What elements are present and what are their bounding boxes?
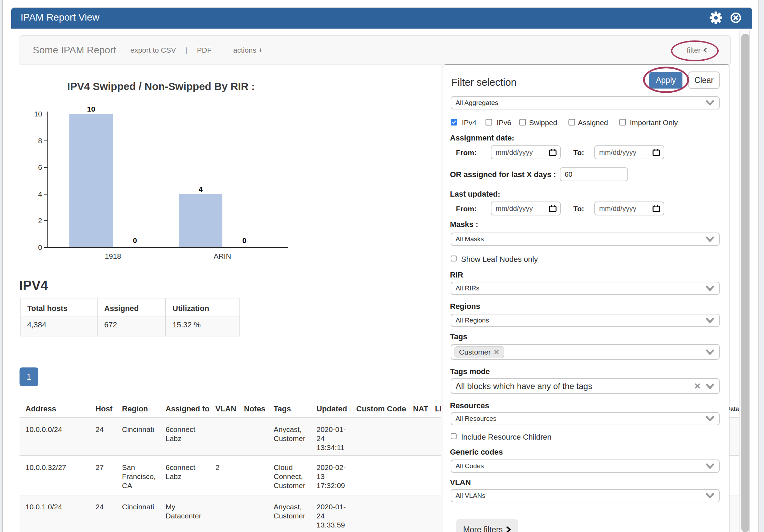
x-category-label: ARIN [201, 252, 243, 260]
y-tick [44, 194, 47, 195]
pagination-page-1[interactable]: 1 [20, 367, 38, 386]
y-tick [44, 247, 47, 248]
bar-1918 [69, 114, 113, 247]
y-tick [44, 220, 47, 221]
bar-value-label: 10 [81, 105, 102, 113]
table-cell: 2020-02-13 17:32:09 [316, 463, 348, 490]
table-col-Updated: Updated [316, 404, 347, 413]
y-tick [44, 140, 47, 141]
table-cell: 2020-01-24 13:34:11 [316, 425, 348, 452]
summary-value: 672 [104, 320, 117, 329]
table-col-Tags: Tags [274, 404, 291, 413]
y-tick-label: 4 [21, 190, 42, 198]
table-cell: 24 [96, 502, 119, 511]
table-col-Region: Region [122, 404, 148, 413]
actions-menu[interactable]: actions + [233, 46, 263, 54]
chart-x-axis [47, 247, 288, 248]
window-title: IPAM Report View [21, 12, 99, 23]
y-tick-label: 10 [21, 110, 42, 118]
table-cell: 10.0.0.32/27 [25, 463, 90, 472]
window-header: IPAM Report View [10, 7, 753, 29]
filter-panel [443, 64, 729, 532]
table-cell: Cincinnati [122, 425, 161, 434]
table-cell: Cincinnati [122, 502, 161, 511]
table-cell: 10.0.1.0/24 [25, 502, 90, 511]
pdf-link[interactable]: PDF [197, 46, 212, 54]
y-tick-label: 6 [21, 163, 42, 172]
table-cell: San Francisco, CA [122, 463, 161, 490]
chart-y-axis [47, 112, 48, 248]
y-tick-label: 8 [21, 137, 42, 145]
table-cell: 2020-01-24 13:33:59 [316, 502, 348, 530]
summary-value: 4,384 [27, 320, 46, 329]
bar-ARIN [179, 194, 222, 247]
summary-value: 15.32 % [173, 320, 201, 329]
table-col-Host: Host [96, 404, 113, 413]
x-category-label: 1918 [92, 252, 134, 260]
table-cell: Anycast, Customer [274, 425, 308, 443]
table-col-VLAN: VLAN [215, 404, 236, 413]
bar-value-label: 4 [190, 185, 211, 193]
table-col-Assigned to: Assigned to [166, 404, 209, 413]
table-cell: 6connect Labz [166, 425, 209, 443]
export-csv-link[interactable]: export to CSV [130, 46, 176, 54]
y-tick [44, 114, 47, 114]
table-col-NAT: NAT [413, 404, 428, 413]
table-col-Custom Code: Custom Code [356, 404, 406, 413]
report-toolbar: Some IPAM Report export to CSV | PDF act… [20, 35, 731, 65]
apply-annotation-circle [643, 67, 689, 93]
table-cell: 27 [96, 463, 119, 472]
table-col-Address: Address [25, 404, 56, 413]
table-cell: 24 [96, 425, 119, 434]
report-title: Some IPAM Report [33, 45, 116, 56]
y-tick-label: 0 [21, 243, 42, 252]
chart-title: IPV4 Swipped / Non-Swipped By RIR : [46, 81, 276, 92]
table-cell: My Datacenter [166, 502, 209, 520]
toolbar-separator: | [185, 46, 187, 54]
table-cell: 2 [215, 463, 240, 472]
filter-annotation-circle [671, 40, 719, 61]
y-tick-label: 2 [21, 216, 42, 225]
zero-value-label: 0 [234, 236, 255, 245]
close-icon[interactable] [730, 12, 741, 23]
table-col-Notes: Notes [244, 404, 265, 413]
zero-value-label: 0 [124, 236, 145, 245]
table-cell: 10.0.0.0/24 [25, 425, 90, 434]
summary-col-header: Assigned [104, 304, 139, 313]
summary-col-header: Total hosts [27, 304, 68, 313]
table-cell: Anycast, Customer [274, 502, 308, 520]
page: IPAM Report View [2, 0, 759, 532]
summary-col-header: Utilization [173, 304, 209, 313]
table-cell: 6connect Labz [166, 463, 209, 481]
ipv4-heading: IPV4 [19, 278, 48, 293]
y-tick [44, 167, 47, 168]
gear-icon[interactable] [709, 11, 723, 24]
scrollbar-thumb[interactable] [741, 34, 749, 532]
table-cell: Cloud Connect, Customer [274, 463, 308, 490]
